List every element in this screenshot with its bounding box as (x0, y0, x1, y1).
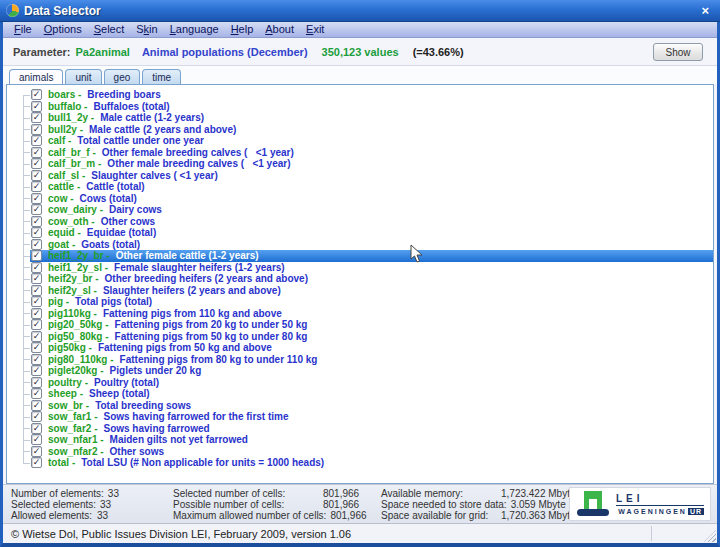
list-item-sow_nfar1[interactable]: ✓sow_nfar1 -Maiden gilts not yet farrowe… (7, 434, 713, 446)
stat-value: 3.059 Mbyte (511, 499, 566, 510)
checkbox-pig50_80kg[interactable]: ✓ (31, 331, 42, 342)
tab-strip: animalsunitgeotime (3, 66, 717, 84)
list-item-cattle[interactable]: ✓cattle -Cattle (total) (7, 181, 713, 193)
checkbox-piglet20kg[interactable]: ✓ (31, 365, 42, 376)
checkbox-heif1_2y_br[interactable]: ✓ (31, 250, 42, 261)
stat-label: Space available for grid: (381, 510, 501, 521)
checkbox-poultry[interactable]: ✓ (31, 377, 42, 388)
item-code: cow - (48, 193, 74, 204)
list-item-boars[interactable]: ✓boars -Breeding boars (7, 89, 713, 101)
row-content: ✓pig110kg -Fattening pigs from 110 kg an… (30, 308, 713, 320)
menu-item-select[interactable]: Select (88, 22, 131, 37)
list-item-total[interactable]: ✓total -Total LSU (# Non applicable for … (7, 457, 713, 469)
tree-stub (7, 170, 30, 182)
checkbox-sow_nfar2[interactable]: ✓ (31, 446, 42, 457)
menu-item-language[interactable]: Language (164, 22, 225, 37)
list-item-sow_nfar2[interactable]: ✓sow_nfar2 -Other sows (7, 446, 713, 458)
list-item-buffalo[interactable]: ✓buffalo -Buffaloes (total) (7, 101, 713, 113)
list-item-goat[interactable]: ✓goat -Goats (total) (7, 239, 713, 251)
checkbox-pig80_110kg[interactable]: ✓ (31, 354, 42, 365)
row-content: ✓pig -Total pigs (total) (30, 296, 713, 308)
item-description: Cattle (total) (86, 181, 144, 192)
list-item-heif2y_br[interactable]: ✓heif2y_br -Other breeding heifers (2 ye… (7, 273, 713, 285)
checkbox-goat[interactable]: ✓ (31, 239, 42, 250)
checkbox-sheep[interactable]: ✓ (31, 388, 42, 399)
checkbox-cow_dairy[interactable]: ✓ (31, 204, 42, 215)
list-item-pig[interactable]: ✓pig -Total pigs (total) (7, 296, 713, 308)
checkbox-bull1_2y[interactable]: ✓ (31, 112, 42, 123)
item-code: bull1_2y - (48, 112, 94, 123)
list-item-sheep[interactable]: ✓sheep -Sheep (total) (7, 388, 713, 400)
list-item-sow_far1[interactable]: ✓sow_far1 -Sows having farrowed for the … (7, 411, 713, 423)
item-code: heif2y_br - (48, 273, 99, 284)
checkbox-sow_nfar1[interactable]: ✓ (31, 434, 42, 445)
checkbox-calf_br_m[interactable]: ✓ (31, 158, 42, 169)
checkbox-equid[interactable]: ✓ (31, 227, 42, 238)
list-item-sow_far2[interactable]: ✓sow_far2 -Sows having farrowed (7, 423, 713, 435)
checkbox-cow_oth[interactable]: ✓ (31, 216, 42, 227)
checkbox-sow_far1[interactable]: ✓ (31, 411, 42, 422)
show-button[interactable]: Show (653, 43, 703, 61)
tab-geo[interactable]: geo (104, 69, 141, 84)
menu-item-about[interactable]: About (259, 22, 300, 37)
list-item-heif1_2y_br[interactable]: ✓heif1_2y_br -Other female cattle (1-2 y… (7, 250, 713, 262)
list-item-calf_br_f[interactable]: ✓calf_br_f -Other female breeding calves… (7, 147, 713, 159)
list-item-calf_br_m[interactable]: ✓calf_br_m -Other male breeding calves (… (7, 158, 713, 170)
logo-ur-badge: UR (688, 508, 704, 515)
list-item-cow_oth[interactable]: ✓cow_oth -Other cows (7, 216, 713, 228)
list-item-pig80_110kg[interactable]: ✓pig80_110kg -Fattening pigs from 80 kg … (7, 354, 713, 366)
list-item-bull2y[interactable]: ✓bull2y -Male cattle (2 years and above) (7, 124, 713, 136)
checkbox-heif2y_br[interactable]: ✓ (31, 273, 42, 284)
checkbox-buffalo[interactable]: ✓ (31, 101, 42, 112)
list-item-cow_dairy[interactable]: ✓cow_dairy -Dairy cows (7, 204, 713, 216)
list-item-pig50kg[interactable]: ✓pig50kg -Fattening pigs from 50 kg and … (7, 342, 713, 354)
checkbox-pig[interactable]: ✓ (31, 296, 42, 307)
animal-checklist[interactable]: ✓boars -Breeding boars✓buffalo -Buffaloe… (6, 84, 714, 484)
checkbox-pig20_50kg[interactable]: ✓ (31, 319, 42, 330)
checkbox-sow_br[interactable]: ✓ (31, 400, 42, 411)
title-bar[interactable]: Data Selector × (0, 0, 720, 22)
list-item-pig20_50kg[interactable]: ✓pig20_50kg -Fattening pigs from 20 kg t… (7, 319, 713, 331)
resize-grip[interactable] (704, 530, 716, 542)
tab-unit[interactable]: unit (65, 69, 101, 84)
checkbox-heif1_2y_sl[interactable]: ✓ (31, 262, 42, 273)
row-content: ✓sow_far2 -Sows having farrowed (30, 423, 713, 435)
checkbox-sow_far2[interactable]: ✓ (31, 423, 42, 434)
list-item-pig50_80kg[interactable]: ✓pig50_80kg -Fattening pigs from 50 kg t… (7, 331, 713, 343)
checkbox-bull2y[interactable]: ✓ (31, 124, 42, 135)
checkbox-pig50kg[interactable]: ✓ (31, 342, 42, 353)
checkbox-calf_br_f[interactable]: ✓ (31, 147, 42, 158)
list-item-poultry[interactable]: ✓poultry -Poultry (total) (7, 377, 713, 389)
menu-item-exit[interactable]: Exit (300, 22, 330, 37)
menu-item-skin[interactable]: Skin (130, 22, 163, 37)
list-item-calf[interactable]: ✓calf -Total cattle under one year (7, 135, 713, 147)
item-code: pig80_110kg - (48, 354, 114, 365)
menu-item-options[interactable]: Options (38, 22, 88, 37)
checkbox-cattle[interactable]: ✓ (31, 181, 42, 192)
menu-item-file[interactable]: File (8, 22, 38, 37)
checkbox-total[interactable]: ✓ (31, 457, 42, 468)
tab-animals[interactable]: animals (9, 69, 63, 84)
item-description: Poultry (total) (94, 377, 159, 388)
checkbox-boars[interactable]: ✓ (31, 89, 42, 100)
list-item-heif2y_sl[interactable]: ✓heif2y_sl -Slaughter heifers (2 years a… (7, 285, 713, 297)
item-description: Cows (total) (80, 193, 137, 204)
close-icon[interactable]: × (696, 3, 714, 18)
item-description: Slaughter heifers (2 years and above) (103, 285, 281, 296)
checkbox-pig110kg[interactable]: ✓ (31, 308, 42, 319)
list-item-calf_sl[interactable]: ✓calf_sl -Slaughter calves ( <1 year) (7, 170, 713, 182)
item-code: heif1_2y_br - (48, 250, 110, 261)
list-item-bull1_2y[interactable]: ✓bull1_2y -Male cattle (1-2 years) (7, 112, 713, 124)
checkbox-calf_sl[interactable]: ✓ (31, 170, 42, 181)
list-item-sow_br[interactable]: ✓sow_br -Total breeding sows (7, 400, 713, 412)
menu-item-help[interactable]: Help (225, 22, 260, 37)
checkbox-cow[interactable]: ✓ (31, 193, 42, 204)
list-item-pig110kg[interactable]: ✓pig110kg -Fattening pigs from 110 kg an… (7, 308, 713, 320)
list-item-heif1_2y_sl[interactable]: ✓heif1_2y_sl -Female slaughter heifers (… (7, 262, 713, 274)
list-item-piglet20kg[interactable]: ✓piglet20kg -Piglets under 20 kg (7, 365, 713, 377)
checkbox-calf[interactable]: ✓ (31, 135, 42, 146)
list-item-cow[interactable]: ✓cow -Cows (total) (7, 193, 713, 205)
list-item-equid[interactable]: ✓equid -Equidae (total) (7, 227, 713, 239)
tab-time[interactable]: time (142, 69, 181, 84)
checkbox-heif2y_sl[interactable]: ✓ (31, 285, 42, 296)
